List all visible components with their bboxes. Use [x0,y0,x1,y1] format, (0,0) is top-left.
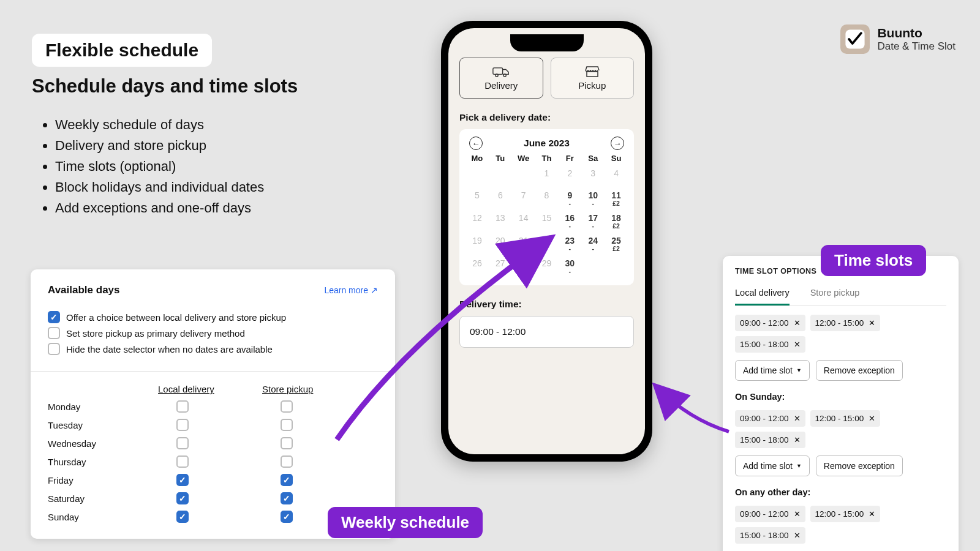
close-icon[interactable]: ✕ [869,318,875,328]
checkbox[interactable] [48,327,60,339]
learn-more-link[interactable]: Learn more ↗ [324,285,378,295]
day-label: Thursday [48,457,158,467]
close-icon[interactable]: ✕ [794,318,801,328]
day-row: Wednesday [48,437,378,449]
chip-row: 09:00 - 12:00✕12:00 - 15:00✕15:00 - 18:0… [735,506,946,544]
calendar-day [605,259,628,276]
phone-notch [510,34,584,51]
calendar-day[interactable]: 23- [558,236,581,253]
checkbox-store-pickup[interactable] [281,419,293,431]
brand-tagline: Date & Time Slot [877,40,956,53]
add-time-slot-button[interactable]: Add time slot▼ [735,455,810,476]
checkbox-local-delivery[interactable] [176,437,189,449]
mode-pickup-button[interactable]: Pickup [551,58,635,99]
bullet-item: Time slots (optional) [55,156,298,177]
day-label: Friday [48,475,158,485]
calendar-day[interactable]: 25£2 [605,236,628,253]
time-slot-chip[interactable]: 12:00 - 15:00✕ [810,315,881,331]
mode-delivery-button[interactable]: Delivery [459,58,543,99]
calendar-day: 6 [489,191,512,208]
calendar-day[interactable]: 24- [581,236,605,253]
truck-icon [492,66,510,78]
time-slot-chip[interactable]: 09:00 - 12:00✕ [735,315,805,331]
svg-point-2 [496,74,498,77]
checkbox-local-delivery[interactable] [176,419,189,431]
remove-exception-button[interactable]: Remove exception [816,455,903,476]
calendar-day[interactable]: 10- [581,191,605,208]
bullet-item: Add exceptions and one-off days [55,198,298,219]
add-time-slot-button[interactable]: Add time slot▼ [735,360,810,381]
prev-month-button[interactable]: ← [469,137,483,150]
tab-local-delivery[interactable]: Local delivery [735,283,790,305]
next-month-button[interactable]: → [611,137,624,150]
calendar-dow: Tu [489,154,512,163]
close-icon[interactable]: ✕ [794,509,801,519]
delivery-time-select[interactable]: 09:00 - 12:00 [459,316,634,348]
close-icon[interactable]: ✕ [794,435,801,444]
time-slot-chip[interactable]: 12:00 - 15:00✕ [810,410,881,427]
calendar-day[interactable]: 16- [558,214,581,230]
checkbox-store-pickup[interactable] [281,437,293,449]
option-row: Set store pickup as primary delivery met… [48,327,378,339]
close-icon[interactable]: ✕ [794,414,801,423]
calendar-day: 29 [535,259,559,276]
option-label: Offer a choice between local delivery an… [66,312,286,323]
calendar-day [581,259,605,276]
calendar-day[interactable]: 17- [581,214,605,230]
time-slot-group-label: On any other day: [735,487,946,497]
checkbox-local-delivery[interactable] [176,400,189,413]
calendar-day: 22 [535,236,559,253]
calendar-day: 20 [489,236,512,253]
calendar-day: 5 [466,191,489,208]
calendar-day [512,169,535,185]
checkbox-local-delivery[interactable] [176,492,189,504]
calendar-day: 3 [581,169,605,185]
option-row: Offer a choice between local delivery an… [48,311,378,323]
time-slot-options-card: TIME SLOT OPTIONS Local delivery Store p… [723,256,959,551]
day-row: Thursday [48,455,378,468]
checkbox-store-pickup[interactable] [281,400,293,413]
calendar-day [489,169,512,185]
chip-row: 09:00 - 12:00✕12:00 - 15:00✕15:00 - 18:0… [735,315,946,353]
checkbox-store-pickup[interactable] [281,474,293,486]
calendar-day: 7 [512,191,535,208]
remove-exception-button[interactable]: Remove exception [816,360,903,381]
checkbox-store-pickup[interactable] [281,511,293,523]
calendar-day: 28 [512,259,535,276]
time-slot-chip[interactable]: 15:00 - 18:00✕ [735,432,805,448]
checkbox-local-delivery[interactable] [176,511,189,523]
close-icon[interactable]: ✕ [869,509,875,519]
calendar-day: 12 [466,214,489,230]
calendar-day[interactable]: 9- [558,191,581,208]
calendar-day[interactable]: 18£2 [605,214,628,230]
bullet-item: Block holidays and individual dates [55,177,298,198]
checkbox[interactable] [48,311,60,323]
checkbox-store-pickup[interactable] [281,455,293,468]
close-icon[interactable]: ✕ [794,340,801,349]
time-slot-chip[interactable]: 09:00 - 12:00✕ [735,410,805,427]
tab-store-pickup[interactable]: Store pickup [810,283,860,305]
available-days-title: Available days [48,284,120,296]
time-slot-chip[interactable]: 09:00 - 12:00✕ [735,506,805,522]
time-slot-chip[interactable]: 12:00 - 15:00✕ [810,506,881,522]
calendar-day: 14 [512,214,535,230]
checkbox-local-delivery[interactable] [176,474,189,486]
checkbox-store-pickup[interactable] [281,492,293,504]
checkbox-local-delivery[interactable] [176,455,189,468]
store-icon [584,66,601,78]
close-icon[interactable]: ✕ [794,531,801,540]
time-slot-chip[interactable]: 15:00 - 18:00✕ [735,336,805,353]
option-label: Set store pickup as primary delivery met… [66,328,245,339]
calendar: ← June 2023 → MoTuWeThFrSaSu123456789-10… [459,129,634,285]
day-row: Monday [48,400,378,413]
chip-row: 09:00 - 12:00✕12:00 - 15:00✕15:00 - 18:0… [735,410,946,448]
checkbox[interactable] [48,343,60,355]
time-slot-chip[interactable]: 15:00 - 18:00✕ [735,527,805,544]
heading-block: Flexible schedule Schedule days and time… [32,34,298,219]
heading-subtitle: Schedule days and time slots [32,75,298,97]
day-row: Saturday [48,492,378,504]
calendar-day[interactable]: 30- [558,259,581,276]
callout-weekly-schedule: Weekly schedule [328,507,483,538]
calendar-day[interactable]: 11£2 [605,191,628,208]
close-icon[interactable]: ✕ [869,414,875,423]
